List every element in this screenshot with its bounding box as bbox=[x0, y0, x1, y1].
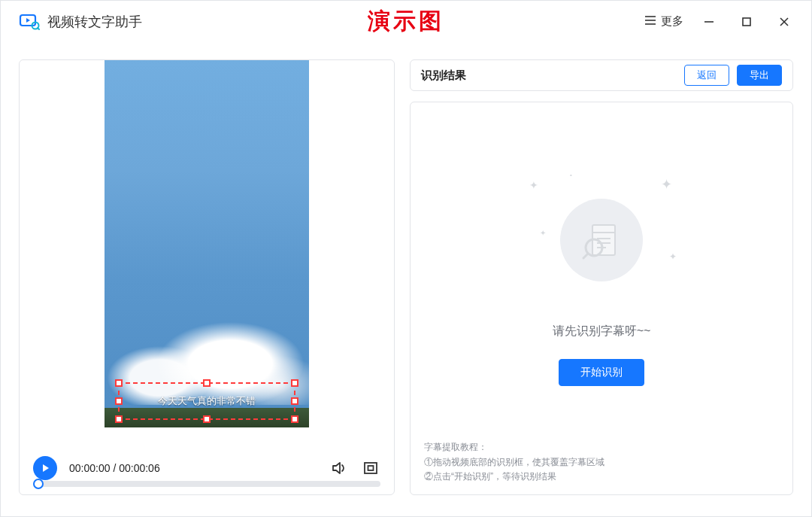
svg-rect-12 bbox=[365, 463, 377, 473]
star-icon: ✦ bbox=[529, 179, 538, 191]
app-brand: 视频转文字助手 bbox=[19, 11, 142, 32]
placeholder-graphic: ✦ ✦ ✦ ✦ • bbox=[526, 176, 677, 297]
titlebar: 视频转文字助手 演示图 更多 bbox=[1, 1, 811, 43]
video-panel: 今天天气真的非常不错 00:00:00 / 00:00:06 bbox=[19, 59, 395, 495]
fullscreen-icon bbox=[362, 459, 380, 477]
minimize-button[interactable] bbox=[697, 10, 721, 34]
app-logo-icon bbox=[19, 11, 40, 32]
tutorial-step: ②点击“开始识别”，等待识别结果 bbox=[424, 470, 604, 484]
player-time: 00:00:00 / 00:00:06 bbox=[69, 462, 160, 474]
subtitle-selection-box[interactable]: 今天天气真的非常不错 bbox=[118, 382, 295, 420]
app-title: 视频转文字助手 bbox=[47, 13, 142, 31]
progress-thumb[interactable] bbox=[33, 479, 44, 489]
title-controls: 更多 bbox=[644, 10, 796, 34]
hamburger-icon bbox=[644, 15, 656, 28]
demo-watermark: 演示图 bbox=[368, 6, 444, 37]
result-body: ✦ ✦ ✦ ✦ • bbox=[410, 102, 793, 495]
app-window: 视频转文字助手 演示图 更多 bbox=[0, 0, 812, 517]
placeholder-circle bbox=[560, 199, 643, 281]
svg-marker-11 bbox=[43, 464, 49, 472]
document-search-icon bbox=[577, 216, 626, 264]
start-recognition-button[interactable]: 开始识别 bbox=[559, 359, 644, 386]
result-title: 识别结果 bbox=[421, 68, 466, 83]
video-subtitle-text: 今天天气真的非常不错 bbox=[120, 384, 294, 418]
back-button[interactable]: 返回 bbox=[684, 65, 729, 86]
video-frame: 今天天气真的非常不错 bbox=[105, 60, 309, 427]
more-label: 更多 bbox=[661, 14, 683, 29]
tutorial-step: ①拖动视频底部的识别框，使其覆盖字幕区域 bbox=[424, 455, 604, 470]
svg-marker-1 bbox=[26, 18, 30, 23]
fullscreen-button[interactable] bbox=[361, 458, 380, 478]
volume-button[interactable] bbox=[329, 458, 349, 478]
svg-line-3 bbox=[38, 28, 39, 29]
progress-bar[interactable] bbox=[33, 481, 380, 487]
tutorial-text: 字幕提取教程： ①拖动视频底部的识别框，使其覆盖字幕区域 ②点击“开始识别”，等… bbox=[424, 440, 604, 484]
export-button[interactable]: 导出 bbox=[737, 65, 782, 86]
star-icon: ✦ bbox=[540, 229, 546, 237]
placeholder-text: 请先识别字幕呀~~ bbox=[553, 324, 651, 339]
content-area: 今天天气真的非常不错 00:00:00 / 00:00:06 bbox=[1, 43, 811, 516]
play-button[interactable] bbox=[33, 456, 57, 480]
star-icon: ✦ bbox=[669, 251, 677, 262]
close-button[interactable] bbox=[772, 10, 796, 34]
current-time: 00:00:00 bbox=[69, 462, 111, 474]
svg-rect-13 bbox=[368, 466, 374, 470]
svg-rect-8 bbox=[743, 18, 750, 26]
result-header: 识别结果 返回 导出 bbox=[410, 59, 793, 91]
video-area[interactable]: 今天天气真的非常不错 bbox=[20, 60, 394, 442]
volume-icon bbox=[330, 459, 348, 477]
more-menu-button[interactable]: 更多 bbox=[644, 14, 683, 29]
play-icon bbox=[40, 463, 50, 473]
star-icon: ✦ bbox=[661, 176, 672, 193]
result-panel: 识别结果 返回 导出 ✦ ✦ ✦ ✦ • bbox=[410, 59, 793, 495]
duration: 00:00:06 bbox=[119, 462, 160, 474]
tutorial-heading: 字幕提取教程： bbox=[424, 440, 604, 455]
svg-line-19 bbox=[583, 254, 587, 258]
maximize-button[interactable] bbox=[735, 10, 759, 34]
star-icon: • bbox=[570, 172, 572, 178]
player-controls: 00:00:00 / 00:00:06 bbox=[20, 442, 394, 494]
